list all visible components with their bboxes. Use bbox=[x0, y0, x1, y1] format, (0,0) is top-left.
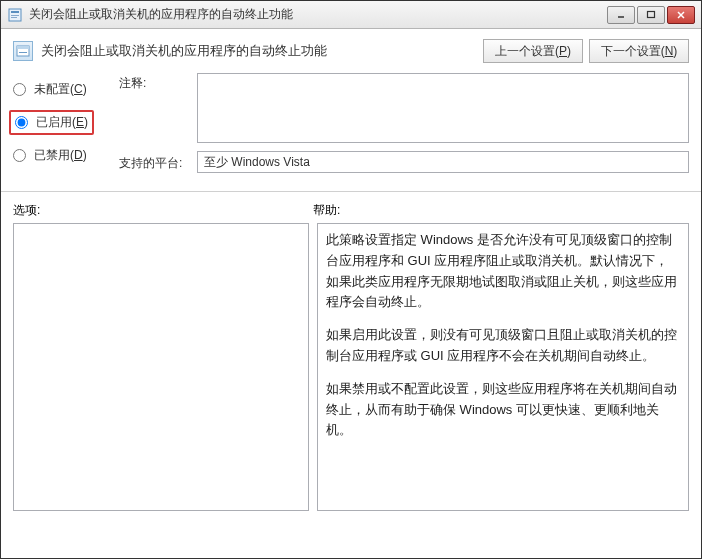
window-titlebar: 关闭会阻止或取消关机的应用程序的自动终止功能 bbox=[1, 1, 701, 29]
svg-rect-5 bbox=[648, 11, 655, 17]
help-box[interactable]: 此策略设置指定 Windows 是否允许没有可见顶级窗口的控制台应用程序和 GU… bbox=[317, 223, 689, 511]
minimize-button[interactable] bbox=[607, 6, 635, 24]
maximize-button[interactable] bbox=[637, 6, 665, 24]
help-label: 帮助: bbox=[313, 202, 689, 219]
radio-enabled[interactable]: 已启用(E) bbox=[15, 114, 88, 131]
radio-enabled-highlight: 已启用(E) bbox=[9, 110, 94, 135]
radio-disabled[interactable]: 已禁用(D) bbox=[13, 147, 109, 164]
policy-title: 关闭会阻止或取消关机的应用程序的自动终止功能 bbox=[41, 42, 475, 60]
fields-column: 注释: 支持的平台: bbox=[119, 73, 689, 181]
prev-setting-button[interactable]: 上一个设置(P) bbox=[483, 39, 583, 63]
window-title: 关闭会阻止或取消关机的应用程序的自动终止功能 bbox=[29, 6, 607, 23]
radio-not-configured-label: 未配置(C) bbox=[34, 81, 87, 98]
next-setting-label: 下一个设置(N) bbox=[601, 43, 678, 60]
section-labels: 选项: 帮助: bbox=[1, 198, 701, 223]
radio-enabled-input[interactable] bbox=[15, 116, 28, 129]
comment-textarea[interactable] bbox=[197, 73, 689, 143]
radio-not-configured[interactable]: 未配置(C) bbox=[13, 81, 109, 98]
lower-section: 此策略设置指定 Windows 是否允许没有可见顶级窗口的控制台应用程序和 GU… bbox=[1, 223, 701, 521]
svg-rect-2 bbox=[11, 15, 19, 16]
app-icon bbox=[7, 7, 23, 23]
prev-setting-label: 上一个设置(P) bbox=[495, 43, 571, 60]
policy-icon bbox=[13, 41, 33, 61]
divider bbox=[1, 191, 701, 192]
close-button[interactable] bbox=[667, 6, 695, 24]
window-controls bbox=[607, 6, 695, 24]
comment-label: 注释: bbox=[119, 73, 185, 92]
platform-input bbox=[197, 151, 689, 173]
options-label: 选项: bbox=[13, 202, 313, 219]
upper-section: 未配置(C) 已启用(E) 已禁用(D) 注释: 支持的平台: bbox=[1, 69, 701, 189]
svg-rect-9 bbox=[17, 46, 29, 49]
header-row: 关闭会阻止或取消关机的应用程序的自动终止功能 上一个设置(P) 下一个设置(N) bbox=[1, 29, 701, 69]
radio-enabled-label: 已启用(E) bbox=[36, 114, 88, 131]
help-paragraph: 如果启用此设置，则没有可见顶级窗口且阻止或取消关机的控制台应用程序或 GUI 应… bbox=[326, 325, 680, 367]
svg-rect-3 bbox=[11, 17, 17, 18]
radio-column: 未配置(C) 已启用(E) 已禁用(D) bbox=[13, 73, 109, 181]
radio-not-configured-input[interactable] bbox=[13, 83, 26, 96]
radio-disabled-input[interactable] bbox=[13, 149, 26, 162]
radio-disabled-label: 已禁用(D) bbox=[34, 147, 87, 164]
next-setting-button[interactable]: 下一个设置(N) bbox=[589, 39, 689, 63]
help-paragraph: 如果禁用或不配置此设置，则这些应用程序将在关机期间自动终止，从而有助于确保 Wi… bbox=[326, 379, 680, 441]
svg-rect-1 bbox=[11, 11, 19, 13]
svg-rect-10 bbox=[19, 52, 27, 53]
help-paragraph: 此策略设置指定 Windows 是否允许没有可见顶级窗口的控制台应用程序和 GU… bbox=[326, 230, 680, 313]
options-box[interactable] bbox=[13, 223, 309, 511]
platform-label: 支持的平台: bbox=[119, 153, 185, 172]
